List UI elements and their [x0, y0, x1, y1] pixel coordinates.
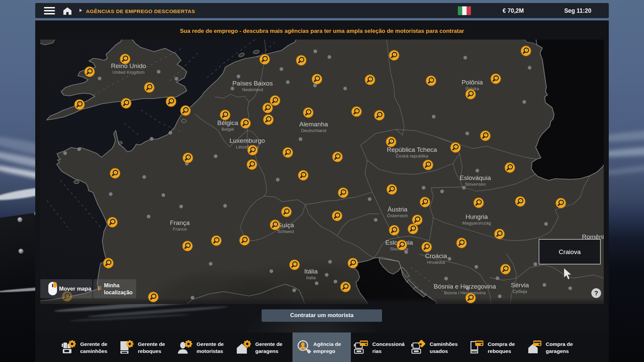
svg-text:United Kingdom: United Kingdom — [112, 70, 145, 75]
svg-text:Slovensko: Slovensko — [465, 182, 486, 187]
svg-text:Bélgica: Bélgica — [217, 119, 238, 126]
svg-text:Italia: Italia — [306, 275, 316, 280]
svg-text:República Tcheca: República Tcheca — [387, 146, 437, 153]
svg-text:Deutschland: Deutschland — [301, 128, 326, 133]
svg-text:Sérvia: Sérvia — [511, 282, 529, 289]
svg-text:Áustria: Áustria — [387, 206, 408, 213]
svg-text:Österreich: Österreich — [387, 213, 408, 218]
svg-text:Reino Unido: Reino Unido — [111, 62, 146, 69]
svg-text:Србија: Србија — [513, 289, 527, 294]
svg-text:Bosna i Hercegovina: Bosna i Hercegovina — [444, 290, 486, 295]
svg-text:Hungria: Hungria — [466, 213, 488, 220]
svg-text:Česká republika: Česká republika — [396, 154, 428, 159]
svg-text:Magyarország: Magyarország — [462, 221, 491, 226]
svg-text:Nederland: Nederland — [242, 87, 263, 92]
svg-text:Eslováquia: Eslováquia — [460, 174, 491, 181]
svg-text:Bósnia e Herzegovina: Bósnia e Herzegovina — [434, 283, 496, 290]
svg-text:France: France — [173, 227, 187, 232]
svg-text:Alemanha: Alemanha — [299, 121, 328, 128]
svg-text:França: França — [170, 219, 190, 226]
svg-text:Polônia: Polônia — [462, 79, 483, 86]
svg-text:België: België — [221, 127, 234, 132]
svg-text:Hrvatska: Hrvatska — [427, 260, 445, 265]
svg-text:Luxemburgo: Luxemburgo — [229, 137, 265, 144]
svg-text:Países Baixos: Países Baixos — [232, 80, 273, 87]
svg-text:Schweiz: Schweiz — [277, 229, 294, 234]
svg-text:Croácia: Croácia — [425, 252, 447, 259]
svg-text:Itália: Itália — [304, 268, 318, 275]
